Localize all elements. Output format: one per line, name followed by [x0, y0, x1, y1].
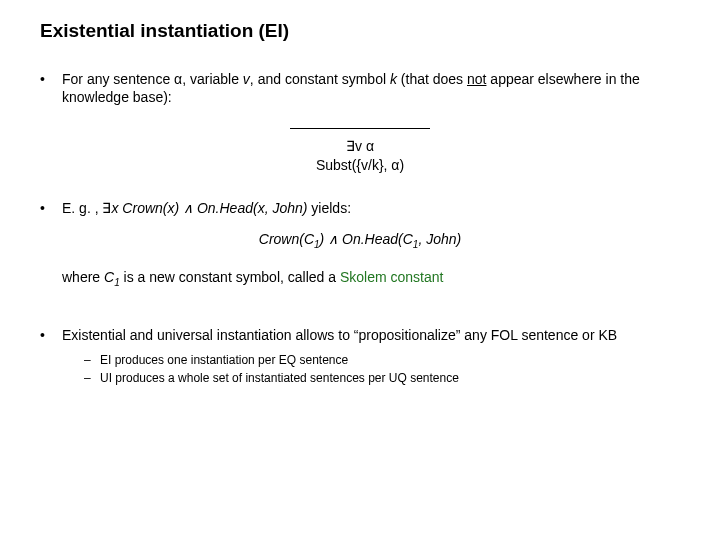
rule-separator: [290, 128, 430, 129]
bullet-2: • E. g. , ∃x Crown(x) ∧ On.Head(x, John)…: [40, 199, 680, 217]
bullet-3-text: Existential and universal instantiation …: [62, 326, 680, 344]
b1-mid2: (that does: [397, 71, 467, 87]
f-o1: (C: [299, 231, 314, 247]
bullet-dot: •: [40, 326, 62, 344]
b1-v: v: [243, 71, 250, 87]
rule-conclusion: Subst({v/k}, α): [316, 157, 404, 173]
inference-rule: ∃v α Subst({v/k}, α): [40, 118, 680, 175]
b2-pre: E. g. , ∃: [62, 200, 111, 216]
sub-bullet-2: – UI produces a whole set of instantiate…: [84, 370, 680, 386]
bullet-2-text: E. g. , ∃x Crown(x) ∧ On.Head(x, John) y…: [62, 199, 680, 217]
skolem-constant-term: Skolem constant: [340, 269, 444, 285]
f-o2: (C: [398, 231, 413, 247]
bullet-dot: •: [40, 70, 62, 88]
dash-icon: –: [84, 370, 100, 386]
b2-crown: Crown: [118, 200, 162, 216]
b2-p2: (x, John): [253, 200, 307, 216]
example-formula: Crown(C1) ∧ On.Head(C1, John): [40, 231, 680, 250]
where-clause: where C1 is a new constant symbol, calle…: [62, 268, 680, 292]
dash-icon: –: [84, 352, 100, 368]
where-pre: where: [62, 269, 104, 285]
b2-p1: (x) ∧: [163, 200, 197, 216]
sub-bullet-1: – EI produces one instantiation per EQ s…: [84, 352, 680, 368]
f-c2: , John): [418, 231, 461, 247]
f-c1: ) ∧: [320, 231, 342, 247]
where-c: C: [104, 269, 114, 285]
slide: Existential instantiation (EI) • For any…: [0, 0, 720, 406]
b1-mid1: , and constant symbol: [250, 71, 390, 87]
sub-2-text: UI produces a whole set of instantiated …: [100, 370, 680, 386]
b1-not: not: [467, 71, 486, 87]
b1-pre: For any sentence α, variable: [62, 71, 243, 87]
b2-post: yields:: [307, 200, 351, 216]
bullet-1-text: For any sentence α, variable v, and cons…: [62, 70, 680, 106]
spacer: [40, 292, 680, 326]
f-onhead: On.Head: [342, 231, 398, 247]
bullet-dot: •: [40, 199, 62, 217]
where-mid: is a new constant symbol, called a: [120, 269, 340, 285]
b1-k: k: [390, 71, 397, 87]
b2-onhead: On.Head: [197, 200, 253, 216]
slide-title: Existential instantiation (EI): [40, 20, 680, 42]
sub-1-text: EI produces one instantiation per EQ sen…: [100, 352, 680, 368]
f-crown: Crown: [259, 231, 299, 247]
bullet-3: • Existential and universal instantiatio…: [40, 326, 680, 344]
rule-premise: ∃v α: [346, 138, 374, 154]
bullet-1: • For any sentence α, variable v, and co…: [40, 70, 680, 106]
